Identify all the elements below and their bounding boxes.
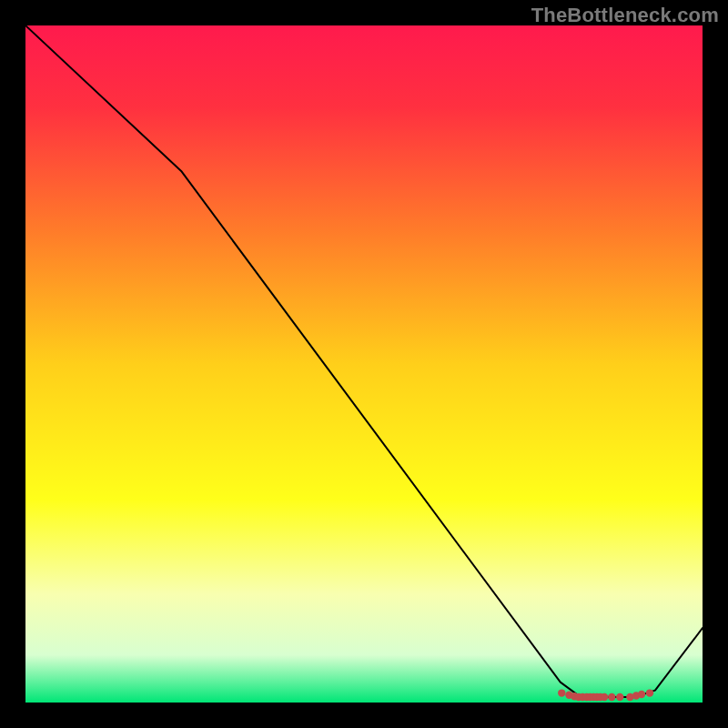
marker-point bbox=[558, 689, 565, 696]
attribution-label: TheBottleneck.com bbox=[531, 4, 719, 27]
marker-point bbox=[616, 693, 623, 701]
chart-frame: TheBottleneck.com bbox=[0, 0, 728, 728]
gradient-background bbox=[25, 25, 703, 703]
marker-point bbox=[608, 693, 615, 701]
plot-area bbox=[25, 25, 703, 703]
marker-point bbox=[646, 689, 653, 696]
chart-svg bbox=[25, 25, 703, 703]
marker-point bbox=[601, 693, 608, 701]
marker-point bbox=[638, 691, 645, 698]
